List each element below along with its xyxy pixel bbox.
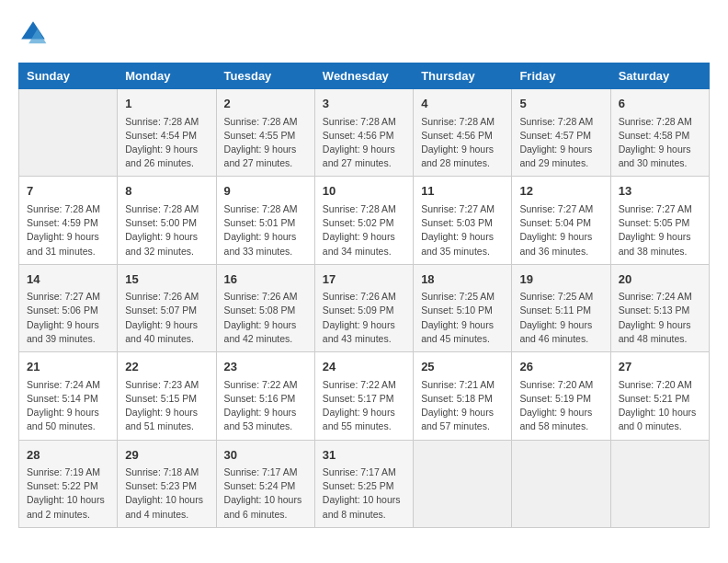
calendar-cell (19, 89, 118, 177)
calendar-cell: 13Sunrise: 7:27 AMSunset: 5:05 PMDayligh… (610, 177, 709, 264)
column-header-wednesday: Wednesday (314, 63, 413, 89)
calendar-cell (414, 440, 512, 527)
calendar-cell: 19Sunrise: 7:25 AMSunset: 5:11 PMDayligh… (512, 264, 610, 351)
day-info: Sunrise: 7:24 AMSunset: 5:14 PMDaylight:… (27, 378, 109, 434)
calendar-cell: 21Sunrise: 7:24 AMSunset: 5:14 PMDayligh… (19, 352, 118, 440)
column-header-tuesday: Tuesday (216, 63, 314, 89)
calendar-cell: 28Sunrise: 7:19 AMSunset: 5:22 PMDayligh… (19, 440, 118, 527)
week-row-1: 1Sunrise: 7:28 AMSunset: 4:54 PMDaylight… (19, 89, 710, 177)
day-number: 24 (323, 358, 405, 376)
column-header-friday: Friday (512, 63, 610, 89)
calendar-table: SundayMondayTuesdayWednesdayThursdayFrid… (18, 63, 710, 528)
day-number: 12 (519, 182, 602, 201)
day-info: Sunrise: 7:22 AMSunset: 5:16 PMDaylight:… (224, 378, 307, 434)
day-number: 14 (27, 270, 109, 289)
calendar-cell: 4Sunrise: 7:28 AMSunset: 4:56 PMDaylight… (414, 89, 512, 177)
day-info: Sunrise: 7:24 AMSunset: 5:13 PMDaylight:… (619, 290, 701, 346)
day-number: 19 (519, 270, 602, 289)
day-number: 22 (125, 358, 208, 376)
calendar-cell: 30Sunrise: 7:17 AMSunset: 5:24 PMDayligh… (216, 440, 314, 527)
calendar-cell: 3Sunrise: 7:28 AMSunset: 4:56 PMDaylight… (314, 89, 413, 177)
day-info: Sunrise: 7:28 AMSunset: 5:01 PMDaylight:… (224, 202, 307, 259)
day-number: 8 (125, 182, 208, 201)
calendar-cell: 22Sunrise: 7:23 AMSunset: 5:15 PMDayligh… (118, 352, 216, 440)
day-number: 18 (421, 270, 504, 289)
day-info: Sunrise: 7:17 AMSunset: 5:25 PMDaylight:… (323, 465, 405, 522)
week-row-2: 7Sunrise: 7:28 AMSunset: 4:59 PMDaylight… (19, 177, 710, 264)
day-info: Sunrise: 7:27 AMSunset: 5:05 PMDaylight:… (619, 202, 701, 259)
day-info: Sunrise: 7:21 AMSunset: 5:18 PMDaylight:… (421, 378, 504, 434)
day-info: Sunrise: 7:20 AMSunset: 5:19 PMDaylight:… (519, 378, 602, 434)
week-row-4: 21Sunrise: 7:24 AMSunset: 5:14 PMDayligh… (19, 352, 710, 440)
day-number: 13 (619, 182, 701, 201)
day-info: Sunrise: 7:28 AMSunset: 5:02 PMDaylight:… (323, 202, 405, 259)
header-row: SundayMondayTuesdayWednesdayThursdayFrid… (19, 63, 710, 89)
calendar-cell: 2Sunrise: 7:28 AMSunset: 4:55 PMDaylight… (216, 89, 314, 177)
day-number: 10 (323, 182, 405, 201)
logo (18, 18, 51, 48)
day-number: 25 (421, 358, 504, 376)
day-number: 27 (619, 358, 701, 376)
calendar-cell: 7Sunrise: 7:28 AMSunset: 4:59 PMDaylight… (19, 177, 118, 264)
day-number: 6 (619, 95, 701, 113)
calendar-cell (610, 440, 709, 527)
day-number: 30 (224, 446, 307, 465)
calendar-cell: 11Sunrise: 7:27 AMSunset: 5:03 PMDayligh… (414, 177, 512, 264)
calendar-cell: 25Sunrise: 7:21 AMSunset: 5:18 PMDayligh… (414, 352, 512, 440)
calendar-cell: 23Sunrise: 7:22 AMSunset: 5:16 PMDayligh… (216, 352, 314, 440)
day-number: 2 (224, 95, 307, 113)
calendar-cell: 14Sunrise: 7:27 AMSunset: 5:06 PMDayligh… (19, 264, 118, 351)
day-number: 21 (27, 358, 109, 376)
day-info: Sunrise: 7:19 AMSunset: 5:22 PMDaylight:… (27, 465, 109, 522)
day-info: Sunrise: 7:18 AMSunset: 5:23 PMDaylight:… (125, 465, 208, 522)
calendar-cell: 9Sunrise: 7:28 AMSunset: 5:01 PMDaylight… (216, 177, 314, 264)
column-header-monday: Monday (118, 63, 216, 89)
day-number: 1 (125, 95, 208, 113)
day-number: 9 (224, 182, 307, 201)
day-info: Sunrise: 7:26 AMSunset: 5:07 PMDaylight:… (125, 290, 208, 346)
week-row-3: 14Sunrise: 7:27 AMSunset: 5:06 PMDayligh… (19, 264, 710, 351)
day-number: 7 (27, 182, 109, 201)
day-number: 26 (519, 358, 602, 376)
day-info: Sunrise: 7:28 AMSunset: 4:58 PMDaylight:… (619, 115, 701, 171)
day-number: 28 (27, 446, 109, 465)
calendar-cell: 24Sunrise: 7:22 AMSunset: 5:17 PMDayligh… (314, 352, 413, 440)
calendar-cell: 12Sunrise: 7:27 AMSunset: 5:04 PMDayligh… (512, 177, 610, 264)
day-number: 15 (125, 270, 208, 289)
calendar-cell: 16Sunrise: 7:26 AMSunset: 5:08 PMDayligh… (216, 264, 314, 351)
day-number: 20 (619, 270, 701, 289)
day-info: Sunrise: 7:28 AMSunset: 4:54 PMDaylight:… (125, 115, 208, 171)
day-info: Sunrise: 7:22 AMSunset: 5:17 PMDaylight:… (323, 378, 405, 434)
day-info: Sunrise: 7:20 AMSunset: 5:21 PMDaylight:… (619, 378, 701, 434)
day-info: Sunrise: 7:28 AMSunset: 4:55 PMDaylight:… (224, 115, 307, 171)
day-info: Sunrise: 7:26 AMSunset: 5:09 PMDaylight:… (323, 290, 405, 346)
calendar-cell: 5Sunrise: 7:28 AMSunset: 4:57 PMDaylight… (512, 89, 610, 177)
day-number: 17 (323, 270, 405, 289)
day-number: 11 (421, 182, 504, 201)
day-info: Sunrise: 7:23 AMSunset: 5:15 PMDaylight:… (125, 378, 208, 434)
calendar-cell: 18Sunrise: 7:25 AMSunset: 5:10 PMDayligh… (414, 264, 512, 351)
day-info: Sunrise: 7:28 AMSunset: 4:56 PMDaylight:… (323, 115, 405, 171)
calendar-cell: 6Sunrise: 7:28 AMSunset: 4:58 PMDaylight… (610, 89, 709, 177)
day-info: Sunrise: 7:17 AMSunset: 5:24 PMDaylight:… (224, 465, 307, 522)
day-number: 16 (224, 270, 307, 289)
column-header-sunday: Sunday (19, 63, 118, 89)
page-header (18, 18, 710, 48)
column-header-saturday: Saturday (610, 63, 709, 89)
day-info: Sunrise: 7:27 AMSunset: 5:06 PMDaylight:… (27, 290, 109, 346)
day-info: Sunrise: 7:28 AMSunset: 4:56 PMDaylight:… (421, 115, 504, 171)
day-info: Sunrise: 7:25 AMSunset: 5:11 PMDaylight:… (519, 290, 602, 346)
calendar-cell: 17Sunrise: 7:26 AMSunset: 5:09 PMDayligh… (314, 264, 413, 351)
calendar-cell: 10Sunrise: 7:28 AMSunset: 5:02 PMDayligh… (314, 177, 413, 264)
calendar-cell (512, 440, 610, 527)
week-row-5: 28Sunrise: 7:19 AMSunset: 5:22 PMDayligh… (19, 440, 710, 527)
logo-icon (18, 18, 48, 48)
calendar-cell: 29Sunrise: 7:18 AMSunset: 5:23 PMDayligh… (118, 440, 216, 527)
day-info: Sunrise: 7:27 AMSunset: 5:04 PMDaylight:… (519, 202, 602, 259)
day-number: 29 (125, 446, 208, 465)
day-number: 3 (323, 95, 405, 113)
day-number: 5 (519, 95, 602, 113)
day-info: Sunrise: 7:27 AMSunset: 5:03 PMDaylight:… (421, 202, 504, 259)
day-info: Sunrise: 7:28 AMSunset: 5:00 PMDaylight:… (125, 202, 208, 259)
day-number: 23 (224, 358, 307, 376)
